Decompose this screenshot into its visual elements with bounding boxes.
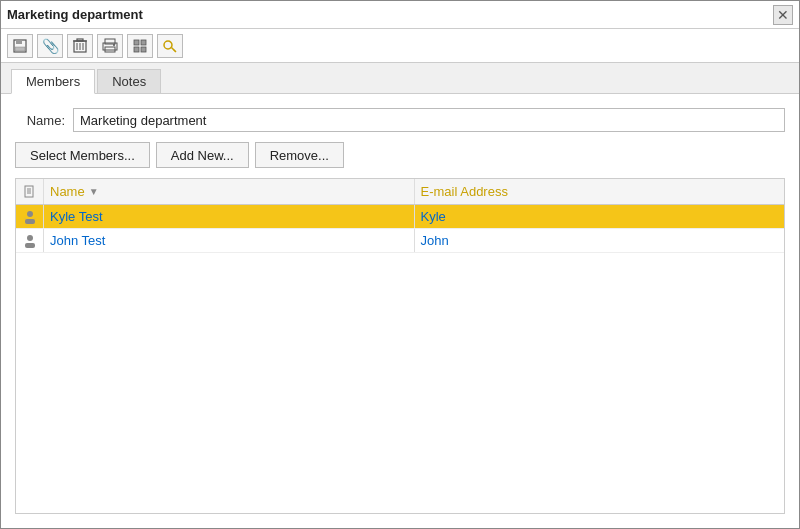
- select-members-button[interactable]: Select Members...: [15, 142, 150, 168]
- action-buttons: Select Members... Add New... Remove...: [15, 142, 785, 168]
- name-label: Name:: [15, 113, 65, 128]
- row-2-name: John Test: [44, 229, 415, 252]
- save-toolbar-button[interactable]: [7, 34, 33, 58]
- document-header-icon: [23, 185, 37, 199]
- row-1-email: Kyle: [415, 205, 785, 228]
- tab-notes[interactable]: Notes: [97, 69, 161, 93]
- add-new-button[interactable]: Add New...: [156, 142, 249, 168]
- key-toolbar-button[interactable]: [157, 34, 183, 58]
- attach-toolbar-button[interactable]: 📎: [37, 34, 63, 58]
- tabs-bar: Members Notes: [1, 63, 799, 94]
- table-row[interactable]: John Test John: [16, 229, 784, 253]
- row-1-name: Kyle Test: [44, 205, 415, 228]
- table-col-header-email[interactable]: E-mail Address: [415, 179, 785, 204]
- svg-line-19: [174, 50, 175, 51]
- svg-rect-5: [77, 39, 83, 41]
- row-2-email: John: [415, 229, 785, 252]
- title-bar: Marketing department ✕: [1, 1, 799, 29]
- svg-rect-13: [134, 40, 139, 45]
- svg-point-12: [113, 44, 115, 46]
- row-1-icon: [16, 205, 44, 228]
- name-row: Name:: [15, 108, 785, 132]
- person-icon: [22, 233, 38, 249]
- save-icon: [12, 38, 28, 54]
- dialog-title: Marketing department: [7, 7, 773, 22]
- members-table: Name ▼ E-mail Address: [15, 178, 785, 514]
- table-col-header-name[interactable]: Name ▼: [44, 179, 415, 204]
- grid-icon: [132, 38, 148, 54]
- row-2-icon: [16, 229, 44, 252]
- dialog: Marketing department ✕ 📎: [0, 0, 800, 529]
- table-body: Kyle Test Kyle John Test John: [16, 205, 784, 513]
- person-icon: [22, 209, 38, 225]
- svg-rect-15: [134, 47, 139, 52]
- print-toolbar-button[interactable]: [97, 34, 123, 58]
- printer-icon: [102, 38, 118, 54]
- svg-point-24: [27, 211, 33, 217]
- table-header-icon-col: [16, 179, 44, 204]
- table-header: Name ▼ E-mail Address: [16, 179, 784, 205]
- paperclip-icon: 📎: [42, 38, 59, 54]
- svg-rect-29: [25, 243, 35, 248]
- svg-rect-14: [141, 40, 146, 45]
- svg-line-18: [172, 47, 177, 52]
- svg-point-28: [27, 235, 33, 241]
- close-button[interactable]: ✕: [773, 5, 793, 25]
- remove-button[interactable]: Remove...: [255, 142, 344, 168]
- svg-point-17: [164, 41, 172, 49]
- svg-rect-25: [25, 219, 35, 224]
- tab-members[interactable]: Members: [11, 69, 95, 94]
- grid-toolbar-button[interactable]: [127, 34, 153, 58]
- svg-rect-2: [15, 47, 25, 51]
- trash-icon: [73, 38, 87, 53]
- svg-rect-16: [141, 47, 146, 52]
- toolbar: 📎: [1, 29, 799, 63]
- table-row[interactable]: Kyle Test Kyle: [16, 205, 784, 229]
- key-icon: [162, 38, 178, 54]
- name-input[interactable]: [73, 108, 785, 132]
- tab-content-members: Name: Select Members... Add New... Remov…: [1, 94, 799, 528]
- svg-rect-1: [16, 40, 22, 44]
- sort-arrow-icon: ▼: [89, 186, 99, 197]
- delete-toolbar-button[interactable]: [67, 34, 93, 58]
